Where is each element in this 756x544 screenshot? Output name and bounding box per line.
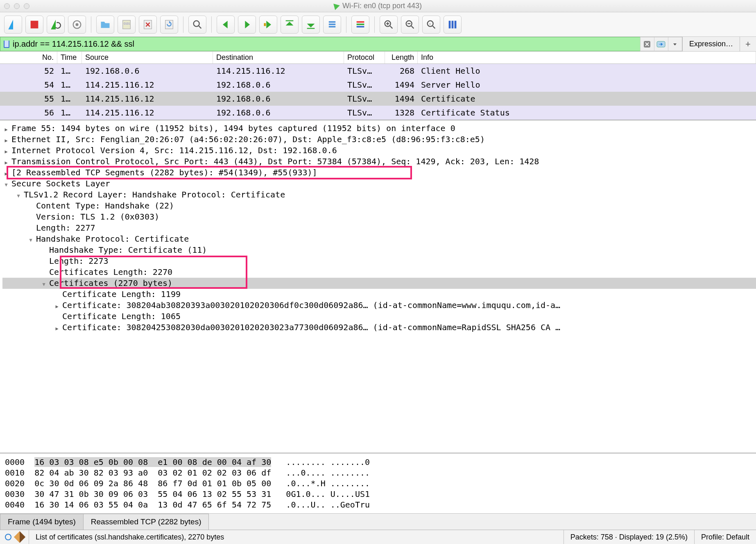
detail-ip[interactable]: Internet Protocol Version 4, Src: 114.21… xyxy=(2,145,756,156)
restart-capture-button[interactable] xyxy=(47,16,65,34)
toolbar-separator xyxy=(183,16,183,33)
zoom-icon[interactable] xyxy=(24,3,29,9)
status-profile[interactable]: Profile: Default xyxy=(694,530,756,544)
col-length[interactable]: Length xyxy=(385,52,418,63)
reload-file-button[interactable] xyxy=(160,16,178,34)
go-next-button[interactable] xyxy=(238,16,256,34)
save-file-button[interactable]: 0101 xyxy=(118,16,136,34)
display-filter-field[interactable] xyxy=(0,37,640,51)
col-info[interactable]: Info xyxy=(418,52,756,63)
detail-frame[interactable]: Frame 55: 1494 bytes on wire (11952 bits… xyxy=(2,123,756,134)
app-fin-icon xyxy=(333,2,341,10)
capture-options-button[interactable] xyxy=(68,16,86,34)
clear-filter-button[interactable] xyxy=(640,37,654,51)
packet-list-header[interactable]: No. Time Source Destination Protocol Len… xyxy=(0,52,756,64)
detail-content-type[interactable]: Content Type: Handshake (22) xyxy=(2,200,756,211)
packet-row[interactable]: 541…114.215.116.12192.168.0.6TLSv…1494Se… xyxy=(0,78,756,92)
hex-line[interactable]: 0000 16 03 03 08 e5 0b 00 08 e1 00 08 de… xyxy=(5,457,751,467)
svg-point-7 xyxy=(194,20,199,26)
expression-button[interactable]: Expression… xyxy=(682,37,740,51)
svg-point-2 xyxy=(76,23,79,26)
zoom-in-button[interactable] xyxy=(380,16,398,34)
svg-rect-8 xyxy=(264,23,266,26)
col-protocol[interactable]: Protocol xyxy=(344,52,385,63)
detail-ethernet[interactable]: Ethernet II, Src: Fenglian_20:26:07 (a4:… xyxy=(2,134,756,145)
detail-handshake-protocol[interactable]: Handshake Protocol: Certificate xyxy=(2,233,756,245)
packet-row[interactable]: 521…192.168.0.6114.215.116.12TLSv…268Cli… xyxy=(0,64,756,78)
zoom-out-button[interactable] xyxy=(401,16,419,34)
titlebar: Wi-Fi: en0 (tcp port 443) xyxy=(0,0,756,12)
packet-row[interactable]: 551…114.215.116.12192.168.0.6TLSv…1494Ce… xyxy=(0,92,756,106)
detail-cert1-length[interactable]: Certificate Length: 1199 xyxy=(2,289,756,300)
detail-tcp[interactable]: Transmission Control Protocol, Src Port:… xyxy=(2,156,756,167)
svg-rect-15 xyxy=(357,23,364,25)
packet-list-pane: No. Time Source Destination Protocol Len… xyxy=(0,52,756,120)
detail-handshake-length[interactable]: Length: 2273 xyxy=(2,256,756,267)
col-source[interactable]: Source xyxy=(82,52,213,63)
packet-row[interactable]: 561…114.215.116.12192.168.0.6TLSv…1328Ce… xyxy=(0,106,756,120)
detail-reassembled[interactable]: [2 Reassembled TCP Segments (2282 bytes)… xyxy=(2,167,756,178)
status-packets: Packets: 758 · Displayed: 19 (2.5%) xyxy=(564,530,694,544)
go-last-button[interactable] xyxy=(302,16,320,34)
status-bar: List of certificates (ssl.handshake.cert… xyxy=(0,530,756,544)
detail-tls-record[interactable]: TLSv1.2 Record Layer: Handshake Protocol… xyxy=(2,189,756,200)
go-to-packet-button[interactable] xyxy=(259,16,277,34)
col-time[interactable]: Time xyxy=(57,52,82,63)
bookmark-icon[interactable] xyxy=(4,41,9,48)
resize-columns-button[interactable] xyxy=(444,16,462,34)
col-destination[interactable]: Destination xyxy=(213,52,344,63)
window-title-text: Wi-Fi: en0 (tcp port 443) xyxy=(342,2,422,10)
apply-filter-button[interactable] xyxy=(654,37,668,51)
window-controls xyxy=(4,3,29,9)
svg-text:=: = xyxy=(429,22,431,26)
detail-ssl[interactable]: Secure Sockets Layer xyxy=(2,178,756,189)
detail-cert2[interactable]: Certificate: 308204253082030da0030201020… xyxy=(2,322,756,333)
open-file-button[interactable] xyxy=(96,16,114,34)
packet-details-pane[interactable]: Frame 55: 1494 bytes on wire (11952 bits… xyxy=(0,120,756,453)
main-toolbar: 0101 = xyxy=(0,12,756,37)
hex-line[interactable]: 0040 16 30 14 06 03 55 04 0a 13 0d 47 65… xyxy=(5,499,751,510)
detail-certificates[interactable]: Certificates (2270 bytes) xyxy=(2,278,756,289)
close-file-button[interactable] xyxy=(139,16,157,34)
go-first-button[interactable] xyxy=(281,16,299,34)
go-prev-button[interactable] xyxy=(217,16,235,34)
detail-handshake-type[interactable]: Handshake Type: Certificate (11) xyxy=(2,245,756,256)
tab-frame[interactable]: Frame (1494 bytes) xyxy=(0,514,84,530)
find-button[interactable] xyxy=(188,16,206,34)
svg-rect-12 xyxy=(329,23,335,25)
detail-record-length[interactable]: Length: 2277 xyxy=(2,222,756,233)
recent-filters-button[interactable] xyxy=(668,37,682,51)
svg-rect-21 xyxy=(449,20,451,28)
hex-line[interactable]: 0010 82 04 ab 30 82 03 93 a0 03 02 01 02… xyxy=(5,467,751,478)
detail-cert1[interactable]: Certificate: 308204ab30820393a0030201020… xyxy=(2,300,756,311)
start-capture-button[interactable] xyxy=(4,16,22,34)
tab-reassembled[interactable]: Reassembled TCP (2282 bytes) xyxy=(83,514,209,530)
detail-cert2-length[interactable]: Certificate Length: 1065 xyxy=(2,311,756,322)
col-no[interactable]: No. xyxy=(0,52,57,63)
edit-capture-comment-icon[interactable] xyxy=(14,531,25,543)
toolbar-separator xyxy=(374,16,375,33)
filter-actions xyxy=(640,37,682,51)
stop-capture-button[interactable] xyxy=(25,16,43,34)
zoom-reset-button[interactable]: = xyxy=(422,16,440,34)
svg-rect-23 xyxy=(455,20,457,28)
display-filter-bar: Expression… + xyxy=(0,37,756,52)
detail-version[interactable]: Version: TLS 1.2 (0x0303) xyxy=(2,211,756,222)
packet-list-body[interactable]: 521…192.168.0.6114.215.116.12TLSv…268Cli… xyxy=(0,64,756,120)
detail-certificates-length[interactable]: Certificates Length: 2270 xyxy=(2,267,756,278)
minimize-icon[interactable] xyxy=(14,3,20,9)
close-icon[interactable] xyxy=(4,3,10,9)
add-filter-button[interactable]: + xyxy=(740,37,756,51)
auto-scroll-button[interactable] xyxy=(323,16,341,34)
packet-bytes-pane[interactable]: 0000 16 03 03 08 e5 0b 00 08 e1 00 08 de… xyxy=(0,453,756,514)
hex-line[interactable]: 0020 0c 30 0d 06 09 2a 86 48 86 f7 0d 01… xyxy=(5,478,751,489)
svg-rect-14 xyxy=(357,21,364,23)
hex-line[interactable]: 0030 30 47 31 0b 30 09 06 03 55 04 06 13… xyxy=(5,489,751,499)
expert-info-icon[interactable] xyxy=(5,534,11,540)
colorize-button[interactable] xyxy=(351,16,369,34)
toolbar-separator xyxy=(91,16,91,33)
status-message: List of certificates (ssl.handshake.cert… xyxy=(29,530,564,544)
svg-rect-13 xyxy=(329,26,335,27)
display-filter-input[interactable] xyxy=(13,39,637,49)
svg-text:0101: 0101 xyxy=(124,22,130,25)
